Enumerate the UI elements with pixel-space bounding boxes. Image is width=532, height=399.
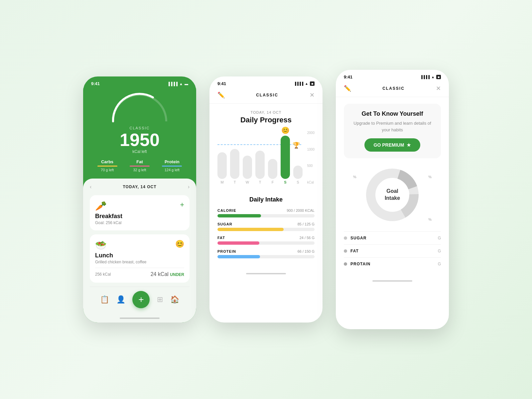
nav-title-2: CLASSIC xyxy=(256,93,278,97)
edit-icon-3[interactable]: ✏️ xyxy=(344,85,351,92)
close-icon-3[interactable]: ✕ xyxy=(436,85,441,92)
status-icons-2: ▐▐▐▐ ▲ ■ xyxy=(294,81,315,86)
donut-center-label: GoalIntake xyxy=(385,188,400,202)
wifi-icon: ▲ xyxy=(179,82,183,86)
next-day-button[interactable]: › xyxy=(188,184,190,190)
sugar-dot xyxy=(344,236,347,240)
battery-icon: ▬ xyxy=(185,82,188,86)
time-3: 9:41 xyxy=(344,74,352,79)
carbs-bar xyxy=(97,166,117,167)
intake-section: Daily Intake CALORIE 900 / 2000 KCAL SUG… xyxy=(217,196,315,258)
dashboard-body: ‹ TODAY, 14 OCT › 🥕 Breakfast Goal: 256 … xyxy=(83,179,196,323)
breakfast-goal: Goal: 256 kCal xyxy=(95,220,184,225)
time-2: 9:41 xyxy=(217,81,226,86)
phone-3: 9:41 ▐▐▐▐ ▲ ■ ✏️ CLASSIC ✕ Get To Know Y… xyxy=(336,70,449,329)
add-breakfast-button[interactable]: + xyxy=(180,200,184,209)
date-nav: ‹ TODAY, 14 OCT › xyxy=(90,184,190,190)
bar-wed: W xyxy=(243,156,252,184)
breakfast-name: Breakfast xyxy=(95,213,184,220)
legend-fat: FAT G xyxy=(344,244,441,257)
lunch-desc: Grilled chicken breast, coffee xyxy=(95,260,184,264)
wifi-icon-2: ▲ xyxy=(305,82,308,85)
home-indicator-3 xyxy=(372,280,412,282)
phone3-content: Get To Know Yourself Upgrade to Premium … xyxy=(336,97,449,277)
status-bar-2: 9:41 ▐▐▐▐ ▲ ■ xyxy=(209,76,323,88)
star-icon: ★ xyxy=(407,142,411,148)
fat-row: FAT 24 / 56 G xyxy=(217,236,315,245)
weekly-chart: 🏆 M T W T xyxy=(217,131,315,191)
lunch-card: 🥗 Lunch Grilled chicken breast, coffee 😊… xyxy=(90,234,190,283)
chart-bars: M T W T F xyxy=(217,131,315,184)
wifi-icon-3: ▲ xyxy=(431,75,435,79)
breakfast-icon: 🥕 xyxy=(95,200,184,211)
lunch-emoji: 😊 xyxy=(175,240,184,248)
phone-1: 9:41 ▐▐▐▐ ▲ ▬ CLASSIC 1950 kCal left Car… xyxy=(83,76,196,323)
trophy-icon: 🏆 xyxy=(293,142,300,149)
premium-card: Get To Know Yourself Upgrade to Premium … xyxy=(344,104,441,158)
kcal-left-label: kCal left xyxy=(91,149,188,154)
bar-thu: T xyxy=(255,151,265,184)
fat-dot xyxy=(344,249,347,253)
profile-nav-icon[interactable]: 👤 xyxy=(116,295,125,304)
progress-title: Daily Progress xyxy=(217,116,315,124)
battery-icon-2: ■ xyxy=(310,81,315,86)
date-label-2: TODAY, 14 OCT xyxy=(217,110,315,114)
status-bar-3: 9:41 ▐▐▐▐ ▲ ■ xyxy=(336,70,449,81)
prev-day-button[interactable]: ‹ xyxy=(90,184,91,190)
time-1: 9:41 xyxy=(91,81,100,86)
bottom-nav: 📋 👤 + ⊞ 🏠 xyxy=(90,287,190,315)
current-date: TODAY, 14 OCT xyxy=(123,185,156,189)
protein-bar xyxy=(162,166,182,167)
protein-dot xyxy=(344,262,347,266)
signal-icon-3: ▐▐▐▐ xyxy=(420,75,430,79)
macro-carbs: Carbs 70 g left xyxy=(97,159,117,172)
donut-pct-2: % xyxy=(428,175,432,179)
lunch-summary: 256 kCal 24 kCal UNDER xyxy=(95,268,184,277)
calorie-gauge xyxy=(106,88,173,125)
donut-chart: GoalIntake % % % xyxy=(344,165,441,225)
fat-bar xyxy=(130,166,150,167)
calorie-row: CALORIE 900 / 2000 KCAL xyxy=(217,208,315,217)
edit-icon-2[interactable]: ✏️ xyxy=(217,91,225,99)
calories-display: 1950 xyxy=(91,131,188,149)
bar-sat: 😊 S xyxy=(281,136,290,184)
lunch-name: Lunch xyxy=(95,252,184,259)
bar-tue: T xyxy=(230,149,239,184)
donut-pct-3: % xyxy=(428,217,432,221)
signal-icon-2: ▐▐▐▐ xyxy=(294,82,303,85)
phone-2: 9:41 ▐▐▐▐ ▲ ■ ✏️ CLASSIC ✕ TODAY, 14 OCT… xyxy=(209,76,323,323)
premium-title: Get To Know Yourself xyxy=(350,110,434,117)
premium-desc: Upgrade to Premium and learn details of … xyxy=(350,120,434,133)
legend-sugar: SUGAR G xyxy=(344,231,441,244)
macros-row: Carbs 70 g left Fat 32 g left Protein 12… xyxy=(91,159,188,172)
log-nav-icon[interactable]: 📋 xyxy=(100,295,109,304)
donut-pct-1: % xyxy=(353,175,356,179)
bar-fri: F xyxy=(268,159,277,184)
diary-nav-icon[interactable]: ⊞ xyxy=(157,295,163,304)
home-indicator-1 xyxy=(120,318,160,319)
go-premium-button[interactable]: GO PREMIUM ★ xyxy=(364,138,421,152)
dashboard-header: CLASSIC 1950 kCal left Carbs 70 g left F… xyxy=(83,88,196,179)
signal-icon: ▐▐▐▐ xyxy=(167,82,178,86)
macro-fat: Fat 32 g left xyxy=(130,159,150,172)
bar-sun: S xyxy=(293,166,303,184)
macro-protein: Protein 124 g left xyxy=(162,159,182,172)
status-bar-1: 9:41 ▐▐▐▐ ▲ ▬ xyxy=(83,76,196,88)
legend-protein: PROTAIN G xyxy=(344,257,441,270)
intake-title: Daily Intake xyxy=(217,196,315,203)
nav-bar-3: ✏️ CLASSIC ✕ xyxy=(336,81,449,97)
protein-row: PROTEIN 66 / 150 G xyxy=(217,249,315,258)
home-nav-icon[interactable]: 🏠 xyxy=(170,295,179,304)
y-axis-labels: 2000 1000 500 kCal xyxy=(307,131,315,184)
close-icon-2[interactable]: ✕ xyxy=(310,91,315,99)
status-icons-3: ▐▐▐▐ ▲ ■ xyxy=(420,75,441,79)
lunch-icon: 🥗 xyxy=(95,240,184,251)
home-indicator-2 xyxy=(246,273,286,274)
lunch-under: 24 kCal UNDER xyxy=(151,271,184,277)
status-icons-1: ▐▐▐▐ ▲ ▬ xyxy=(167,82,188,86)
lunch-kcal: 256 kCal xyxy=(95,272,111,277)
sugar-row: SUGAR 85 / 125 G xyxy=(217,222,315,231)
add-fab-button[interactable]: + xyxy=(132,291,150,308)
bar-mon: M xyxy=(217,152,227,184)
phone2-content: TODAY, 14 OCT Daily Progress 🏆 M T W xyxy=(209,104,323,270)
